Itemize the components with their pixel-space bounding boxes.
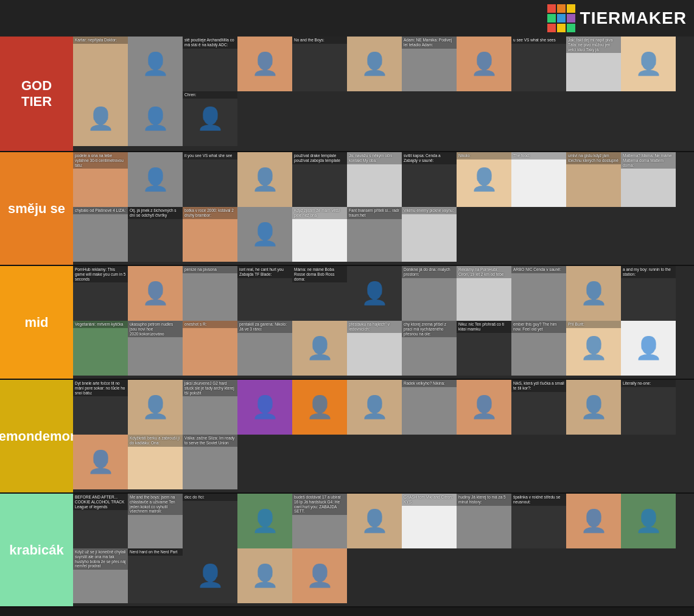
tile-mid-21[interactable]: 👤 <box>621 321 676 376</box>
tile-smejuse-3[interactable]: 👤 <box>237 152 292 207</box>
tile-mid-13[interactable]: oneshot s R: <box>183 321 237 376</box>
tile-krabicak-4[interactable]: budeš dostávat 17 a ubirat 16 lp Já hard… <box>292 494 347 548</box>
tile-lemon-5[interactable]: 👤 <box>347 380 402 435</box>
tile-lemon-12[interactable]: Kdyžkrátí berku a zabrouší ji do kadiáku… <box>128 435 183 489</box>
tile-smejuse-0[interactable]: podele a ona na tebe vytáhne 30-ti centi… <box>73 152 128 207</box>
tile-god-8[interactable]: u see VS what she sees <box>511 37 566 91</box>
logo-cell <box>567 24 575 32</box>
tile-mid-0[interactable]: PornHub reklamy: This game will make you… <box>73 266 128 321</box>
tile-mid-7[interactable]: Reklamy na PornHubi: Ciron, 19 let 2 km … <box>457 266 511 321</box>
tile-krabicak-2[interactable]: dicc do říci: <box>183 494 237 548</box>
tile-mid-6[interactable]: Donikne já do dna: malych prostorn: <box>402 266 457 321</box>
logo-cell <box>557 24 566 32</box>
tile-mid-1[interactable]: 👤 <box>128 266 183 321</box>
tile-smejuse-4[interactable]: používat drake template používat zabojda… <box>292 152 347 207</box>
tile-smejuse-10[interactable]: Mattema? Máma: Ne máme Mattema doma Matt… <box>621 152 676 207</box>
tier-label-god: GOD TIER <box>0 37 73 151</box>
tile-lemon-1[interactable]: 👤 <box>128 380 183 435</box>
tile-god-4[interactable]: No and the Boys: <box>292 37 347 91</box>
tile-mid-16[interactable]: přestávku na hajlech" v ledovnicích: <box>347 321 402 376</box>
tile-mid-9[interactable]: 👤 <box>566 266 621 321</box>
tile-smejuse-5[interactable]: Já: navážu s někým očni kontakt My oba: <box>347 152 402 207</box>
tile-god-extra-0[interactable]: 👤 <box>128 91 183 146</box>
tile-krabicak-9[interactable]: 👤 <box>566 494 621 548</box>
tile-mid-10[interactable]: a and my boy: runnin to the station: <box>621 266 676 321</box>
tile-smejuse-9[interactable]: umlví na gistu když jám lčechnu kterých … <box>566 152 621 207</box>
tile-mid-15[interactable]: 👤 <box>292 321 347 376</box>
logo-cell <box>547 24 556 32</box>
tile-mid-18[interactable]: Niku: níc Ten přohraš co ti klási mamku <box>457 321 511 376</box>
tile-smejuse-13[interactable]: botka v roce 2000: kstával 2 druhy bramb… <box>183 207 237 262</box>
tier-row-krabicak: krabicákBEFORE AND AFTER... COOKIE ALCOH… <box>0 494 694 607</box>
tile-mid-8[interactable]: ARBO NIC Cenda v sauně: <box>511 266 566 321</box>
tile-lemon-6[interactable]: Radek velkyho? Nikina: <box>402 380 457 435</box>
tile-mid-4[interactable]: Máma: ne máme Boba Rosse doma Bob Ross d… <box>292 266 347 321</box>
tile-lemon-9[interactable]: 👤 <box>566 380 621 435</box>
tile-god-5[interactable]: 👤 <box>347 37 402 91</box>
tile-lemon-0[interactable]: Dyt bnele arte fočce tit no mání pore so… <box>73 380 128 435</box>
tier-content-mid: PornHub reklamy: This game will make you… <box>73 266 694 379</box>
logo-cell <box>557 4 566 13</box>
tile-mid-17[interactable]: chy ktorej zrema přišel z prací má vychá… <box>402 321 457 376</box>
tile-krabicak-3[interactable]: 👤 <box>237 494 292 548</box>
tile-smejuse-8[interactable]: The food: <box>511 152 566 207</box>
tile-lemon-3[interactable]: 👤 <box>237 380 292 435</box>
tier-row-god: GOD TIERKartar: nepřijata Doktor:👤stě po… <box>0 37 694 152</box>
tile-lemon-11[interactable]: 👤 <box>73 435 128 489</box>
tile-lemon-2[interactable]: jaksi zkurveneJ G2 hard stuck sle je tad… <box>183 380 237 435</box>
tile-lemon-8[interactable]: NikS, která ydl ťlučka a small te šli ko… <box>511 380 566 435</box>
tile-god-1[interactable]: 👤 <box>128 37 183 91</box>
tile-krabicak-15[interactable]: 👤 <box>292 548 347 603</box>
tile-mid-11[interactable]: Vegetariáni: mrtvem kytička <box>73 321 128 376</box>
tile-krabicak-1[interactable]: Me and the boys: jsem na chlastavče a už… <box>128 494 183 548</box>
tile-krabicak-7[interactable]: hudiny Já kterej to má za 5 minut histor… <box>457 494 511 548</box>
tile-krabicak-6[interactable]: GYASH tom Viki and Citron: KYS <box>402 494 457 548</box>
tier-content-lemon: Dyt bnele arte fočce tit no mání pore so… <box>73 380 694 492</box>
tile-smejuse-12[interactable]: Otj. já jmek z šichovných s dní se odchy… <box>128 207 183 262</box>
logo-grid <box>547 4 575 32</box>
tile-mid-5[interactable]: 👤 <box>347 266 402 321</box>
tile-god-10[interactable]: 👤 <box>621 37 676 91</box>
tile-krabicak-11[interactable]: Když už se jí konečně chytali svyrstit a… <box>73 548 128 603</box>
tile-mid-19[interactable]: ember this guy? The him now. Feel old ye… <box>511 321 566 376</box>
tile-lemon-4[interactable]: 👤 <box>292 380 347 435</box>
tile-krabicak-14[interactable]: 👤 <box>237 548 292 603</box>
tile-smejuse-16[interactable]: Fant tnansem příteli si... radr traum:he… <box>347 207 402 262</box>
tier-label-lemon: lemondemon <box>0 380 73 492</box>
tile-mid-2[interactable]: peníze na pivsona <box>183 266 237 321</box>
tile-god-11[interactable]: 👤 <box>73 91 128 146</box>
tile-smejuse-6[interactable]: svítit kapsa: Cenda a Zabajdy v sauně: <box>402 152 457 207</box>
tile-smejuse-17[interactable]: Vikimu enemy pickne vaynu: <box>402 207 457 262</box>
tile-lemon-10[interactable]: Literally no-one: <box>621 380 676 435</box>
logo-cell <box>567 4 575 13</box>
tile-mid-12[interactable]: úkasupho petrom nudles jsou novi hoe 202… <box>128 321 183 376</box>
tile-lemon-7[interactable]: 👤 <box>457 380 511 435</box>
tile-smejuse-1[interactable]: 👤 <box>128 152 183 207</box>
tile-god-2[interactable]: stě poušteje ArchandMíla co má stáí ě na… <box>183 37 237 91</box>
tile-smejuse-2[interactable]: it you see VS what she see <box>183 152 237 207</box>
tile-krabicak-5[interactable]: 👤 <box>347 494 402 548</box>
tile-god-7[interactable]: 👤 <box>457 37 511 91</box>
tile-god-0[interactable]: Kartar: nepřijata Doktor: <box>73 37 128 91</box>
tile-smejuse-15[interactable]: Když zjistím že mám větší pele než ona <box>292 207 347 262</box>
tile-krabicak-13[interactable]: 👤 <box>183 548 237 603</box>
tile-smejuse-7[interactable]: 👤Nikolo: <box>457 152 511 207</box>
tile-god-9[interactable]: Jak: fakt dej mi napít piva Táta: ne piv… <box>566 37 621 91</box>
tile-god-3[interactable]: 👤 <box>237 37 292 91</box>
tile-krabicak-0[interactable]: BEFORE AND AFTER... COOKIE ALCOHOL TRACK… <box>73 494 128 548</box>
tile-mid-14[interactable]: pentakill za garena: Nikolo: Já ve 3 rán… <box>237 321 292 376</box>
tile-mid-20[interactable]: 👤Příl Burit: <box>566 321 621 376</box>
logo-cell <box>557 14 566 23</box>
tile-god-6[interactable]: Adam: NE Mamika: Podivej leí tetadio Ada… <box>402 37 457 91</box>
tier-label-krabicak: krabicák <box>0 494 73 606</box>
tile-krabicak-8[interactable]: špalinka v roidné středu se neusnout: <box>511 494 566 548</box>
tile-god-extra-1[interactable]: 👤Chren: <box>183 91 237 146</box>
tile-lemon-13[interactable]: Válka: začne Slíza: Im ready to serve th… <box>183 435 237 489</box>
tier-content-krabicak: BEFORE AND AFTER... COOKIE ALCOHOL TRACK… <box>73 494 694 606</box>
tile-smejuse-14[interactable]: 👤 <box>237 207 292 262</box>
tile-mid-3[interactable]: isnt real, he cant hurt you Zabajda TF B… <box>237 266 292 321</box>
tiers-container: GOD TIERKartar: nepřijata Doktor:👤stě po… <box>0 37 694 607</box>
tile-smejuse-11[interactable]: chybálo od Platínové 4 LIZA: <box>73 207 128 262</box>
tile-krabicak-10[interactable]: 👤 <box>621 494 676 548</box>
tile-krabicak-12[interactable]: Nerd hard on the Nerd Part <box>128 548 183 603</box>
